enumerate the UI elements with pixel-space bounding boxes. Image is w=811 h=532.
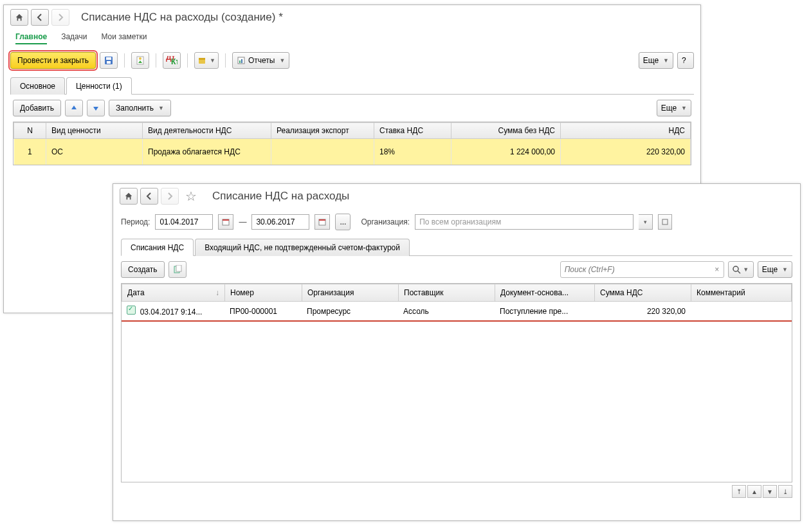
col-realexp[interactable]: Реализация экспорт xyxy=(271,123,374,139)
sort-icon: ↓ xyxy=(215,288,219,297)
menu-main[interactable]: Главное xyxy=(15,32,47,44)
separator xyxy=(156,53,156,68)
search-box[interactable]: × xyxy=(560,261,724,278)
post-button[interactable] xyxy=(131,52,149,69)
org-open-button[interactable] xyxy=(658,214,672,230)
favorite-star-icon[interactable]: ☆ xyxy=(185,188,197,204)
table-row[interactable]: 1 ОС Продажа облагается НДС 18% 1 224 00… xyxy=(14,139,691,165)
svg-point-4 xyxy=(139,57,141,60)
org-label: Организация: xyxy=(361,217,410,226)
fill-button[interactable]: Заполнить▼ xyxy=(109,100,171,116)
list-grid[interactable]: Дата↓ Номер Организация Поставщик Докуме… xyxy=(121,283,792,482)
dtkt-button[interactable]: ДтКт xyxy=(163,52,181,69)
search-button[interactable]: ▼ xyxy=(728,261,754,278)
nav-first-icon[interactable]: ⤒ xyxy=(732,485,746,498)
nav-forward-button xyxy=(51,9,69,26)
menu-tasks[interactable]: Задачи xyxy=(61,32,87,44)
col-vat[interactable]: НДС xyxy=(561,123,691,139)
svg-rect-18 xyxy=(176,265,181,271)
period-select-button[interactable]: ... xyxy=(335,214,351,230)
col-supp[interactable]: Поставщик xyxy=(399,284,495,302)
calendar-from-icon[interactable] xyxy=(218,214,233,230)
cell-org: Промресурс xyxy=(302,302,398,321)
list-tabs: Списания НДС Входящий НДС, не подтвержде… xyxy=(121,238,792,256)
svg-rect-1 xyxy=(106,57,111,60)
col-valtype[interactable]: Вид ценности xyxy=(46,123,143,139)
list-row[interactable]: 03.04.2017 9:14... ПР00-000001 Промресур… xyxy=(122,302,792,322)
nav-down-icon[interactable]: ▼ xyxy=(763,485,777,498)
top-navbar-2: ☆ Списание НДС на расходы xyxy=(113,184,800,208)
grid-more-button[interactable]: Еще▼ xyxy=(657,100,691,116)
cell-vat: 220 320,00 xyxy=(561,139,691,165)
filter-row: Период: — ... Организация: По всем орган… xyxy=(113,208,800,235)
top-navbar: Списание НДС на расходы (создание) * xyxy=(4,5,700,30)
date-to-input[interactable] xyxy=(251,214,309,230)
list-toolbar: Создать × ▼ Еще▼ xyxy=(113,256,800,283)
col-sumvat[interactable]: Сумма НДС xyxy=(595,284,691,302)
post-and-close-button[interactable]: Провести и закрыть xyxy=(10,52,96,69)
svg-rect-2 xyxy=(107,61,111,64)
tab-incoming-vat[interactable]: Входящий НДС, не подтвержденный счетом-ф… xyxy=(195,239,410,256)
tab-basic[interactable]: Основное xyxy=(10,77,65,95)
col-rate[interactable]: Ставка НДС xyxy=(374,123,451,139)
copy-button[interactable] xyxy=(169,261,187,278)
org-select[interactable]: По всем организациям xyxy=(415,214,633,230)
nav-back-button[interactable] xyxy=(31,9,49,26)
cell-realexp xyxy=(271,139,374,165)
tab-values[interactable]: Ценности (1) xyxy=(66,77,132,95)
create-button[interactable]: Создать xyxy=(121,261,165,278)
add-button[interactable]: Добавить xyxy=(13,100,61,116)
help-button[interactable]: ? xyxy=(677,52,694,69)
attachment-button[interactable]: ▼ xyxy=(194,52,219,69)
svg-rect-16 xyxy=(662,219,668,225)
separator xyxy=(187,53,188,68)
cell-sumnov: 1 224 000,00 xyxy=(451,139,561,165)
menu-notes[interactable]: Мои заметки xyxy=(101,32,147,44)
grid-nav-footer: ⤒ ▲ ▼ ⤓ xyxy=(113,482,800,502)
detail-tabs: Основное Ценности (1) xyxy=(10,77,694,95)
page-title: Списание НДС на расходы (создание) * xyxy=(81,11,283,24)
svg-text:Кт: Кт xyxy=(171,57,178,65)
save-button[interactable] xyxy=(100,52,118,69)
nav-up-icon[interactable]: ▲ xyxy=(747,485,761,498)
col-num[interactable]: Номер xyxy=(225,284,302,302)
svg-rect-15 xyxy=(319,219,325,221)
col-date[interactable]: Дата↓ xyxy=(122,284,225,302)
svg-rect-13 xyxy=(223,219,229,221)
cell-basedoc: Поступление пре... xyxy=(495,302,594,321)
svg-rect-11 xyxy=(241,59,242,63)
home-button-2[interactable] xyxy=(120,188,138,205)
home-button[interactable] xyxy=(10,9,28,26)
move-down-button[interactable] xyxy=(87,100,105,116)
col-sumnov[interactable]: Сумма без НДС xyxy=(451,123,561,139)
svg-point-19 xyxy=(733,266,738,271)
list-more-button[interactable]: Еще▼ xyxy=(758,261,792,278)
search-input[interactable] xyxy=(561,265,711,274)
menu-bar: Главное Задачи Мои заметки xyxy=(4,30,700,50)
separator xyxy=(225,53,226,68)
col-n[interactable]: N xyxy=(14,123,46,139)
date-from-input[interactable] xyxy=(155,214,213,230)
tab-writeoffs[interactable]: Списания НДС xyxy=(121,239,194,256)
cell-supp: Ассоль xyxy=(398,302,495,321)
more-button[interactable]: Еще▼ xyxy=(639,52,673,69)
nav-back-button-2[interactable] xyxy=(140,188,158,205)
cell-acttype: Продажа облагается НДС xyxy=(143,139,271,165)
col-acttype[interactable]: Вид деятельности НДС xyxy=(143,123,271,139)
separator xyxy=(124,53,125,68)
search-clear-icon[interactable]: × xyxy=(711,265,724,274)
values-grid[interactable]: N Вид ценности Вид деятельности НДС Реал… xyxy=(13,122,691,165)
svg-line-20 xyxy=(738,271,740,273)
col-org[interactable]: Организация xyxy=(302,284,399,302)
col-basedoc[interactable]: Документ-основа... xyxy=(495,284,595,302)
svg-rect-8 xyxy=(199,58,205,60)
nav-last-icon[interactable]: ⤓ xyxy=(778,485,792,498)
move-up-button[interactable] xyxy=(65,100,83,116)
reports-button[interactable]: Отчеты▼ xyxy=(232,52,289,69)
org-dropdown-button[interactable]: ▾ xyxy=(639,214,653,230)
window-vat-writeoff-list: ☆ Списание НДС на расходы Период: — ... … xyxy=(113,183,801,521)
dash-label: — xyxy=(239,217,246,226)
cell-num: ПР00-000001 xyxy=(224,302,302,321)
col-comment[interactable]: Комментарий xyxy=(691,284,792,302)
calendar-to-icon[interactable] xyxy=(314,214,330,230)
